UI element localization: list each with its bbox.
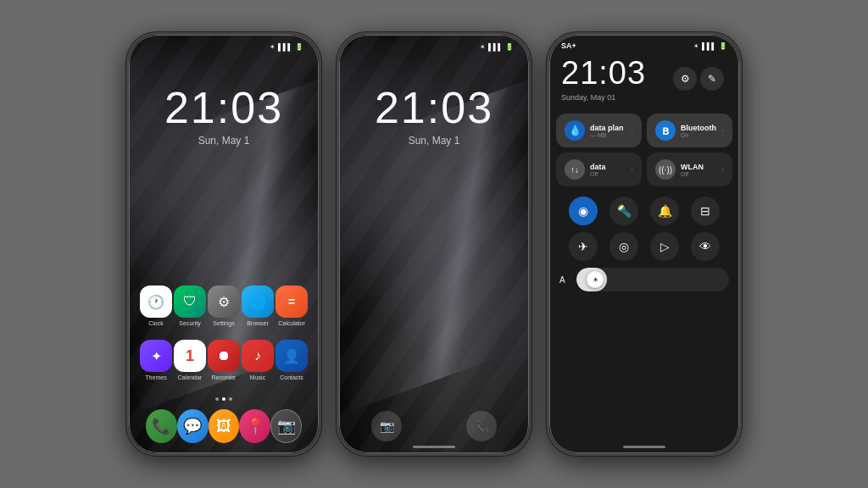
brightness-bar[interactable]: ☀	[576, 268, 729, 291]
tile-wlan[interactable]: ((·)) WLAN Off ›	[647, 152, 732, 186]
app-music[interactable]: ♪ Music	[242, 340, 274, 380]
dot-1	[215, 397, 219, 401]
app-icon-themes: ✦	[140, 340, 172, 372]
tile-data-text: data plan — MB	[590, 124, 626, 138]
toggle-airplane[interactable]: ✈	[569, 232, 598, 261]
tile-mobile-sub: Off	[590, 171, 626, 177]
tile-data-mobile[interactable]: ↑↓ data Off ›	[556, 152, 642, 186]
app-label-themes: Themes	[145, 374, 166, 380]
app-settings[interactable]: ⚙ Settings	[208, 286, 240, 326]
status-bar-phone1: ✴ ▌▌▌ 🔋	[129, 43, 319, 51]
control-center-panel: SA+ ✴ ▌▌▌ 🔋 21:03 Sunday, May 01 ⚙ ✎ 💧 d…	[549, 35, 739, 453]
toggle-eye[interactable]: 👁	[691, 232, 720, 261]
battery-icon: 🔋	[295, 43, 303, 51]
app-contacts[interactable]: 👤 Contacts	[275, 340, 308, 380]
tile-wifi-sub: Off	[681, 171, 716, 177]
toggle-vibrate[interactable]: ◉	[569, 197, 598, 225]
app-icon-music: ♪	[242, 340, 274, 372]
app-security[interactable]: 🛡 Security	[174, 286, 206, 326]
app-row-1: 🕐 Clock 🛡 Security ⚙ Settings 🌐 Browser …	[139, 286, 309, 326]
app-label-calendar: Calendar	[178, 374, 202, 380]
app-label-settings: Settings	[213, 320, 234, 326]
app-recorder[interactable]: ⏺ Recorder	[208, 340, 240, 380]
app-calculator[interactable]: = Calculator	[275, 286, 308, 326]
cc-edit-icon-btn[interactable]: ✎	[700, 67, 724, 91]
app-label-music: Music	[250, 374, 265, 380]
cc-status-carrier: SA+	[561, 42, 576, 50]
app-grid-phone1: 🕐 Clock 🛡 Security ⚙ Settings 🌐 Browser …	[129, 286, 319, 394]
home-indicator-phone3	[623, 446, 665, 448]
toggle-row-2: ✈ ◎ ▷ 👁	[549, 230, 739, 264]
battery-icon-2: 🔋	[505, 43, 514, 51]
cc-settings-icon-btn[interactable]: ⚙	[673, 67, 697, 91]
cc-bluetooth-icon: ✴	[693, 42, 699, 50]
app-icon-calendar: 1	[174, 340, 206, 372]
app-themes[interactable]: ✦ Themes	[140, 340, 172, 380]
dock-maps[interactable]: 📍	[239, 409, 270, 443]
toggle-notification[interactable]: 🔔	[650, 197, 679, 225]
brightness-fill: ☀	[576, 268, 607, 291]
phone3-control: SA+ ✴ ▌▌▌ 🔋 21:03 Sunday, May 01 ⚙ ✎ 💧 d…	[547, 32, 742, 456]
cc-clock-row: 21:03 Sunday, May 01 ⚙ ✎	[549, 53, 739, 108]
app-label-calculator: Calculator	[278, 320, 305, 326]
app-label-security: Security	[179, 320, 200, 326]
dock-phone[interactable]: 📞	[146, 409, 177, 443]
bluetooth-icon-2: ✴	[480, 43, 486, 51]
tile-bt-title: Bluetooth	[681, 124, 716, 132]
tile-bluetooth[interactable]: ʙ Bluetooth On ›	[647, 114, 732, 147]
dock-phone1: 📞 💬 🖼 📍 📷	[129, 409, 319, 443]
phone2-lock: ✴ ▌▌▌ 🔋 21:03 Sun, May 1 📷 📞	[337, 32, 531, 456]
app-clock[interactable]: 🕐 Clock	[140, 286, 172, 326]
app-browser[interactable]: 🌐 Browser	[242, 286, 274, 326]
app-label-clock: Clock	[148, 320, 164, 326]
tile-bt-icon: ʙ	[655, 120, 676, 141]
lockscreen-bottom: 📷 📞	[339, 411, 529, 441]
tile-data-arrow: ›	[631, 127, 633, 135]
toggle-flashlight[interactable]: 🔦	[609, 197, 638, 225]
app-label-recorder: Recorder	[212, 374, 236, 380]
home-indicator-phone2	[413, 446, 455, 448]
brightness-row: A ☀	[549, 264, 739, 295]
dock-gallery[interactable]: 🖼	[209, 409, 240, 443]
tile-wifi-title: WLAN	[681, 163, 716, 171]
tile-wifi-text: WLAN Off	[681, 163, 716, 177]
tile-data-icon: 💧	[565, 120, 585, 141]
clock-area-phone2: 21:03 Sun, May 1	[339, 86, 529, 147]
status-icons-phone2: ✴ ▌▌▌ 🔋	[480, 43, 514, 51]
tile-data-sub: — MB	[590, 132, 626, 138]
tile-bt-sub: On	[681, 132, 716, 138]
cc-header-icons: ⚙ ✎	[670, 67, 727, 91]
cc-clock-date: Sunday, May 01	[561, 93, 646, 102]
app-icon-calculator: =	[275, 286, 308, 318]
quick-tiles-grid: 💧 data plan — MB › ʙ Bluetooth On › ↑↓ d…	[549, 108, 739, 191]
toggle-autorotate[interactable]: ◎	[609, 232, 638, 261]
status-bar-phone2: ✴ ▌▌▌ 🔋	[339, 43, 529, 51]
toggle-location[interactable]: ▷	[650, 232, 679, 261]
dock-camera[interactable]: 📷	[270, 409, 302, 443]
app-label-contacts: Contacts	[280, 374, 303, 380]
phone1-home: ✴ ▌▌▌ 🔋 21:03 Sun, May 1 🕐 Clock 🛡 Secur…	[126, 32, 321, 456]
toggle-screenshot[interactable]: ⊟	[691, 197, 720, 225]
tile-wifi-arrow: ›	[721, 166, 724, 174]
brightness-knob: ☀	[587, 271, 604, 288]
lockscreen-camera-btn[interactable]: 📷	[371, 411, 402, 441]
app-calendar[interactable]: 1 Calendar	[174, 340, 206, 380]
lockscreen-phone-btn[interactable]: 📞	[466, 411, 497, 441]
status-icons-phone1: ✴ ▌▌▌ 🔋	[270, 43, 303, 51]
tile-mobile-text: data Off	[590, 163, 626, 177]
tile-data-plan[interactable]: 💧 data plan — MB ›	[556, 114, 642, 147]
clock-time-phone1: 21:03	[129, 86, 319, 130]
cc-clock-info: 21:03 Sunday, May 01	[561, 55, 646, 102]
signal-icon-2: ▌▌▌	[488, 43, 503, 51]
page-dots	[129, 397, 319, 401]
app-icon-browser: 🌐	[242, 286, 274, 318]
tile-bt-arrow: ›	[721, 127, 724, 135]
tile-mobile-icon: ↑↓	[565, 159, 585, 180]
app-icon-clock: 🕐	[140, 286, 172, 318]
tile-data-title: data plan	[590, 124, 626, 132]
clock-area-phone1: 21:03 Sun, May 1	[129, 86, 319, 147]
dock-messages[interactable]: 💬	[177, 409, 209, 443]
clock-date-phone2: Sun, May 1	[339, 135, 529, 147]
signal-icon: ▌▌▌	[278, 43, 292, 51]
dot-2	[222, 397, 225, 401]
